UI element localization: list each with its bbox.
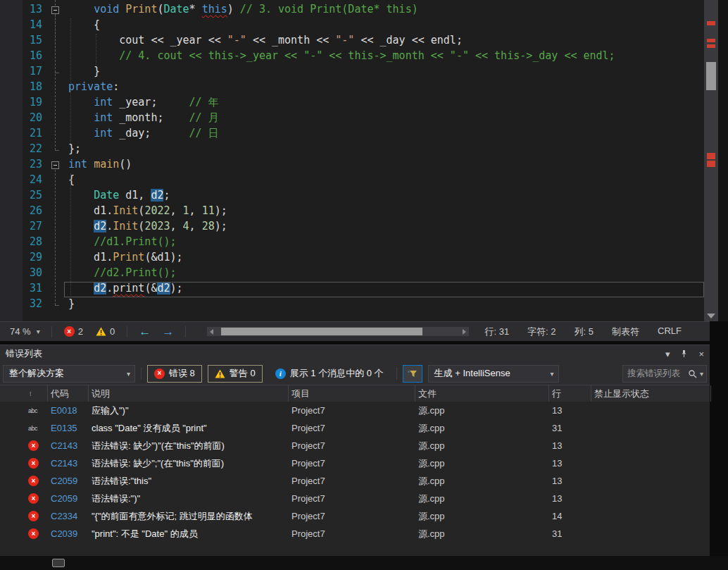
breakpoint-margin[interactable] — [0, 0, 23, 321]
column-header-description[interactable]: 说明 — [89, 385, 289, 402]
error-list-toolbar: 整个解决方案 ▾ × 错误 8 警告 0 i 展示 1 个消息中的 0 个 x … — [0, 362, 710, 385]
filter-icon[interactable]: x — [403, 365, 422, 383]
cell-line: 13 — [549, 476, 591, 486]
error-row[interactable]: ×C2334"{"的前面有意外标记; 跳过明显的函数体Project7源.cpp… — [0, 507, 710, 525]
scrollbar-left-arrow-icon[interactable] — [210, 329, 213, 335]
line-indicator: 行: 31 — [484, 326, 509, 338]
error-row[interactable]: ×C2059语法错误:"this"Project7源.cpp13 — [0, 472, 710, 490]
code-line-25[interactable]: Date d1, d2; — [64, 189, 704, 204]
code-line-19[interactable]: int _year; // 年 — [64, 96, 704, 111]
line-number: 21 — [23, 127, 46, 142]
tabs-indicator[interactable]: 制表符 — [612, 326, 639, 338]
close-icon[interactable]: × — [698, 349, 704, 359]
line-number: 23 — [23, 158, 46, 173]
error-row[interactable]: ×C2143语法错误: 缺少";"(在"this"的前面)Project7源.c… — [0, 454, 710, 472]
code-line-30[interactable]: //d2.Print(); — [64, 266, 704, 282]
code-token — [68, 127, 94, 140]
search-icon[interactable] — [688, 369, 697, 378]
chevron-down-icon[interactable]: ▾ — [700, 370, 703, 378]
pin-icon[interactable] — [679, 349, 689, 359]
indent-guide — [70, 18, 71, 142]
caret-position-info: 行: 31 字符: 2 列: 5 制表符 CRLF — [484, 326, 682, 338]
horizontal-scrollbar-thumb[interactable] — [221, 328, 422, 335]
error-row[interactable]: ×C2143语法错误: 缺少")"(在"this"的前面)Project7源.c… — [0, 437, 710, 454]
scrollbar-thumb[interactable] — [706, 62, 716, 90]
code-editor[interactable]: 1314151617181920212223242526272829303132… — [0, 0, 728, 321]
messages-filter-button[interactable]: i 展示 1 个消息中的 0 个 — [268, 365, 391, 383]
code-line-16[interactable]: // 4. cout << this->_year << "-" << this… — [64, 49, 704, 65]
code-token — [87, 158, 94, 171]
code-token: this — [202, 3, 227, 16]
code-line-23[interactable]: int main() — [64, 158, 704, 173]
chevron-down-icon: ▾ — [37, 328, 40, 335]
error-row[interactable]: ×C2059语法错误:")"Project7源.cpp13 — [0, 490, 710, 507]
code-line-27[interactable]: d2.Init(2023, 4, 28); — [64, 220, 704, 235]
fold-margin[interactable] — [46, 0, 64, 321]
code-token: _year; — [113, 96, 189, 109]
line-number: 31 — [23, 282, 46, 297]
cell-description: 应输入")" — [89, 404, 289, 417]
column-header-project[interactable]: 项目 — [289, 385, 415, 402]
code-line-29[interactable]: d1.Print(&d1); — [64, 251, 704, 266]
column-header-code[interactable]: 代码 — [48, 385, 89, 402]
column-header-suppression[interactable]: 禁止显示状态 — [591, 385, 711, 402]
error-row[interactable]: ×C2039"print": 不是 "Date" 的成员Project7源.cp… — [0, 525, 710, 543]
code-token: ); — [215, 204, 227, 217]
scope-filter-dropdown[interactable]: 整个解决方案 ▾ — [3, 365, 135, 383]
fold-toggle-icon[interactable] — [51, 161, 59, 169]
zoom-selector[interactable]: 74 % ▾ — [4, 325, 46, 338]
code-line-17[interactable]: } — [64, 65, 704, 80]
taskbar-icon[interactable] — [52, 559, 65, 567]
vertical-scrollbar[interactable] — [704, 0, 718, 321]
source-filter-value: 生成 + IntelliSense — [434, 367, 510, 380]
code-token: . — [106, 282, 113, 295]
cell-file: 源.cpp — [415, 440, 549, 452]
code-line-18[interactable]: private: — [64, 80, 704, 96]
error-mark — [707, 161, 715, 167]
search-error-list-box[interactable]: ▾ — [622, 365, 707, 383]
code-area[interactable]: void Print(Date* this) // 3. void Print(… — [64, 0, 704, 321]
error-count-indicator[interactable]: × 2 — [64, 326, 83, 337]
horizontal-scrollbar[interactable] — [207, 327, 469, 336]
navigate-forward-icon[interactable]: → — [162, 325, 174, 339]
code-line-28[interactable]: //d1.Print(); — [64, 235, 704, 251]
code-line-32[interactable]: } — [64, 297, 704, 313]
line-number: 13 — [23, 3, 46, 18]
code-token: 2022 — [144, 204, 170, 217]
navigate-back-icon[interactable]: ← — [139, 325, 151, 339]
error-row[interactable]: abcE0018应输入")"Project7源.cpp13 — [0, 402, 710, 419]
eol-indicator[interactable]: CRLF — [658, 326, 682, 338]
code-token: main — [94, 158, 119, 171]
code-line-21[interactable]: int _day; // 日 — [64, 127, 704, 142]
severity-column-header[interactable]: ! — [0, 385, 48, 402]
code-token: d2 — [157, 282, 170, 295]
code-line-20[interactable]: int _month; // 月 — [64, 111, 704, 127]
cell-project: Project7 — [289, 405, 415, 416]
code-line-14[interactable]: { — [64, 18, 704, 34]
fold-toggle-icon[interactable] — [51, 6, 59, 14]
code-token: print — [113, 282, 144, 295]
scrollbar-right-arrow-icon[interactable] — [463, 329, 466, 335]
warnings-filter-button[interactable]: 警告 0 — [208, 365, 263, 383]
error-row[interactable]: abcE0135class "Date" 没有成员 "print"Project… — [0, 419, 710, 437]
code-line-13[interactable]: void Print(Date* this) // 3. void Print(… — [64, 3, 704, 18]
line-number: 14 — [23, 18, 46, 34]
search-error-list-input[interactable] — [627, 368, 685, 378]
cell-project: Project7 — [289, 493, 415, 504]
code-line-22[interactable]: }; — [64, 142, 704, 158]
window-position-chevron-icon[interactable]: ▾ — [665, 349, 670, 359]
code-line-26[interactable]: d1.Init(2022, 1, 11); — [64, 204, 704, 220]
error-list-titlebar[interactable]: 错误列表 ▾ × — [0, 345, 710, 362]
warning-count-indicator[interactable]: 0 — [96, 326, 115, 337]
column-header-line[interactable]: 行 — [549, 385, 591, 402]
cell-line: 14 — [549, 511, 591, 521]
code-line-31[interactable]: d2.print(&d2); — [64, 282, 704, 297]
code-line-24[interactable]: { — [64, 173, 704, 189]
code-token: //d2.Print(); — [94, 266, 176, 279]
source-filter-dropdown[interactable]: 生成 + IntelliSense ▾ — [428, 365, 559, 383]
code-token: d1, — [119, 189, 151, 202]
code-line-15[interactable]: cout << _year << "-" << _month << "-" <<… — [64, 34, 704, 49]
errors-filter-button[interactable]: × 错误 8 — [147, 365, 202, 383]
scrollbar-down-arrow-icon[interactable] — [707, 314, 715, 318]
column-header-file[interactable]: 文件 — [415, 385, 549, 402]
